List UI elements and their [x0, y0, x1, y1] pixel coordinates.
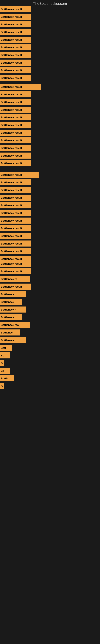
bottleneck-bar-8: Bottleneck result [0, 67, 31, 73]
bottleneck-label-46: B [1, 362, 2, 365]
bottleneck-bar-37: Bottleneck r [0, 291, 26, 297]
bottleneck-label-11: Bottleneck result [1, 93, 22, 96]
bottleneck-label-39: Bottleneck r [1, 308, 16, 311]
bottleneck-bar-10: Bottleneck result [0, 84, 41, 90]
bottleneck-bar-42: Bottlenec [0, 330, 20, 336]
bottleneck-label-3: Bottleneck result [1, 30, 22, 34]
bottleneck-label-41: Bottleneck res [1, 324, 19, 326]
bottleneck-bar-22: Bottleneck result [0, 179, 31, 185]
bottleneck-bar-45: Bo [0, 352, 10, 358]
bottleneck-label-6: Bottleneck result [1, 54, 22, 56]
bottleneck-bar-36: Bottleneck result [0, 284, 31, 290]
bottleneck-bar-16: Bottleneck result [0, 130, 31, 136]
bottleneck-bar-35: Bottleneck re [0, 276, 30, 282]
bottleneck-bar-38: Bottleneck [0, 299, 22, 305]
bottleneck-label-31: Bottleneck result [1, 250, 22, 253]
bottleneck-label-26: Bottleneck result [1, 212, 22, 214]
bottleneck-label-48: Bottle [1, 377, 8, 380]
bottleneck-bar-11: Bottleneck result [0, 91, 31, 98]
bottleneck-label-23: Bottleneck result [1, 188, 22, 192]
bottleneck-label-34: Bottleneck result [1, 270, 22, 273]
bottleneck-bar-9: Bottleneck result [0, 75, 31, 81]
bottleneck-bar-21: Bottleneck result [0, 172, 39, 178]
bottleneck-label-1: Bottleneck result [1, 15, 22, 18]
bottleneck-label-49: B [1, 384, 2, 388]
bottleneck-label-42: Bottlenec [1, 331, 13, 334]
bottleneck-bar-14: Bottleneck result [0, 114, 31, 120]
bottleneck-bar-19: Bottleneck result [0, 152, 31, 158]
bottleneck-bar-47: Bo [0, 368, 10, 374]
bottleneck-bar-6: Bottleneck result [0, 52, 31, 58]
bottleneck-label-8: Bottleneck result [1, 69, 22, 72]
bottleneck-bar-23: Bottleneck result [0, 187, 31, 193]
bottleneck-bar-49: B [0, 383, 3, 389]
bottleneck-bar-18: Bottleneck result [0, 145, 31, 151]
bottleneck-label-22: Bottleneck result [1, 181, 22, 184]
bottleneck-label-29: Bottleneck result [1, 234, 22, 238]
bottleneck-bar-5: Bottleneck result [0, 44, 31, 50]
bottleneck-label-37: Bottleneck r [1, 293, 16, 296]
bottleneck-bar-17: Bottleneck result [0, 137, 31, 143]
bottleneck-bar-31: Bottleneck result [0, 248, 31, 254]
bottleneck-bar-28: Bottleneck result [0, 225, 31, 231]
bottleneck-label-45: Bo [1, 354, 4, 357]
bottleneck-label-4: Bottleneck result [1, 38, 22, 41]
bottleneck-label-43: Bottleneck r [1, 339, 16, 342]
bottleneck-label-44: Bott [1, 346, 6, 349]
bottleneck-label-19: Bottleneck result [1, 154, 22, 157]
bottleneck-bar-33: Bottleneck result [0, 260, 31, 267]
bottleneck-bar-44: Bott [0, 345, 12, 351]
bottleneck-label-24: Bottleneck result [1, 196, 22, 199]
bottleneck-label-7: Bottleneck result [1, 61, 22, 64]
bottleneck-label-18: Bottleneck result [1, 146, 22, 150]
bottleneck-label-47: Bo [1, 369, 4, 372]
bottleneck-label-17: Bottleneck result [1, 139, 22, 142]
bottleneck-bar-41: Bottleneck res [0, 322, 30, 328]
bottleneck-bar-12: Bottleneck result [0, 99, 31, 105]
bottleneck-bar-20: Bottleneck result [0, 160, 31, 166]
bottleneck-bar-25: Bottleneck result [0, 202, 31, 208]
bottleneck-bar-0: Bottleneck result [0, 6, 31, 12]
bottleneck-label-12: Bottleneck result [1, 100, 22, 104]
bottleneck-label-21: Bottleneck result [1, 173, 22, 176]
bottleneck-bar-40: Bottleneck [0, 314, 22, 320]
bottleneck-bar-4: Bottleneck result [0, 37, 31, 43]
bottleneck-label-28: Bottleneck result [1, 227, 22, 230]
bottleneck-bar-34: Bottleneck result [0, 268, 31, 274]
bottleneck-label-32: Bottleneck result [1, 258, 22, 260]
bottleneck-label-33: Bottleneck result [1, 262, 22, 265]
bottleneck-bar-43: Bottleneck r [0, 337, 26, 343]
bottleneck-label-9: Bottleneck result [1, 76, 22, 80]
bottleneck-bar-39: Bottleneck r [0, 306, 26, 312]
bottleneck-label-30: Bottleneck result [1, 242, 22, 245]
bottleneck-bar-3: Bottleneck result [0, 29, 31, 35]
bottleneck-bar-15: Bottleneck result [0, 122, 31, 128]
bottleneck-label-16: Bottleneck result [1, 131, 22, 134]
bottleneck-bar-7: Bottleneck result [0, 60, 31, 66]
bottleneck-label-35: Bottleneck re [1, 278, 17, 280]
bottleneck-bar-2: Bottleneck result [0, 21, 31, 27]
bottleneck-label-0: Bottleneck result [1, 8, 22, 11]
bottleneck-bar-1: Bottleneck result [0, 14, 31, 20]
bottleneck-bar-26: Bottleneck result [0, 210, 31, 216]
bottleneck-label-40: Bottleneck [1, 316, 14, 319]
bottleneck-bar-27: Bottleneck result [0, 218, 31, 224]
bottleneck-label-14: Bottleneck result [1, 116, 22, 119]
bottleneck-label-38: Bottleneck [1, 300, 14, 304]
bottleneck-label-5: Bottleneck result [1, 46, 22, 49]
bottleneck-label-27: Bottleneck result [1, 219, 22, 222]
bottleneck-bar-48: Bottle [0, 375, 14, 381]
bottleneck-label-2: Bottleneck result [1, 23, 22, 26]
bottleneck-label-15: Bottleneck result [1, 124, 22, 126]
bottleneck-label-25: Bottleneck result [1, 204, 22, 207]
bottleneck-label-20: Bottleneck result [1, 162, 22, 165]
bottleneck-bar-30: Bottleneck result [0, 240, 31, 246]
bottleneck-bar-29: Bottleneck result [0, 233, 31, 239]
bottleneck-bar-13: Bottleneck result [0, 107, 31, 113]
bottleneck-label-13: Bottleneck result [1, 108, 22, 111]
bottleneck-bar-24: Bottleneck result [0, 194, 31, 201]
bottleneck-label-36: Bottleneck result [1, 285, 22, 288]
bottleneck-label-10: Bottleneck result [1, 85, 22, 88]
bottleneck-bar-46: B [0, 360, 4, 366]
